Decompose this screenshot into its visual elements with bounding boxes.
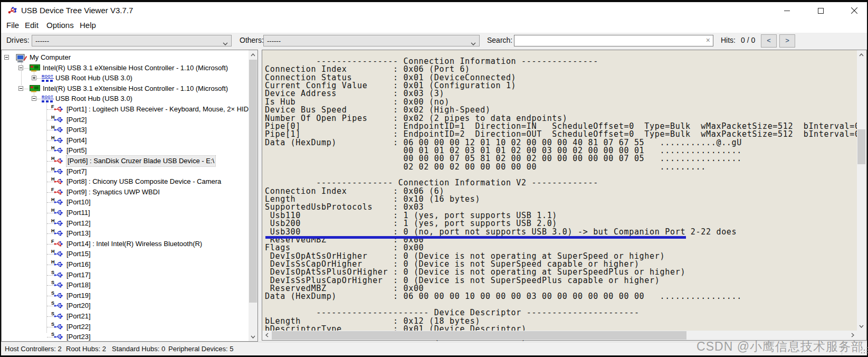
tree-item[interactable]: H [Port10]: [2, 197, 249, 208]
tree-connector-line: [47, 275, 53, 276]
tree-item-label: [Port8] : Chicony USB Composite Device -…: [66, 176, 221, 187]
tree-connector-line: [47, 120, 53, 120]
tree-item[interactable]: Intel(R) USB 3.1 eXtensible Host Control…: [2, 83, 249, 94]
hits-value: 0 / 0: [741, 36, 755, 44]
tree-item[interactable]: H [Port7]: [2, 166, 249, 177]
tree-connector-line: [47, 151, 53, 151]
tree-connector-line: [47, 254, 53, 255]
usb-port-icon: [54, 250, 63, 257]
scroll-up-arrow-icon[interactable]: [249, 50, 257, 59]
tree-item-label: [Port16]: [66, 259, 91, 270]
tree-item-label: [Port3]: [66, 125, 87, 135]
tree-item[interactable]: F [Port1] : Logitech USB Receiver - Keyb…: [2, 104, 249, 115]
window-border-left: [0, 0, 1, 357]
menu-item-options[interactable]: Options: [46, 21, 74, 30]
maximize-icon: [818, 8, 824, 14]
usb-port-icon: [54, 137, 63, 144]
expander-minus-icon[interactable]: [32, 96, 36, 101]
tree-connector-line: [37, 78, 41, 79]
controller-icon: [30, 85, 40, 92]
maximize-button[interactable]: [808, 2, 833, 19]
tree-item[interactable]: S [Port22]: [2, 322, 249, 332]
tree-item-label: [Port12]: [66, 218, 91, 229]
tree-item-label: [Port21]: [66, 311, 91, 322]
tree-item[interactable]: H [Port8] : Chicony USB Composite Device…: [2, 176, 249, 187]
tree-connector-line: [47, 130, 53, 130]
tree-item[interactable]: H [Port2]: [2, 115, 249, 125]
tree-connector-line: [47, 244, 53, 245]
tree-item-label: [Port20]: [66, 300, 91, 311]
usb-port-icon: [54, 271, 63, 278]
tree-item[interactable]: H [Port6] : SanDisk Cruzer Blade USB Dev…: [2, 156, 249, 166]
close-icon: [851, 7, 857, 14]
drives-combobox-value: ------: [35, 37, 49, 45]
menu-item-file[interactable]: File: [6, 21, 19, 30]
details-vertical-scrollbar[interactable]: [857, 50, 866, 331]
close-button[interactable]: [842, 2, 866, 19]
tree-item[interactable]: S [Port18]: [2, 280, 249, 290]
drives-combobox[interactable]: ------: [32, 35, 232, 46]
status-item: Standard Hubs: 0: [112, 345, 165, 353]
expander-minus-icon[interactable]: [18, 86, 23, 91]
tree-item[interactable]: H [Port13]: [2, 228, 249, 239]
clear-search-icon[interactable]: ×: [706, 36, 710, 44]
scrollbar-thumb[interactable]: [249, 60, 257, 303]
tree-item[interactable]: F [Port14] : Intel Intel(R) Wireless Blu…: [2, 239, 249, 249]
tree-item[interactable]: H [Port5]: [2, 145, 249, 156]
tree-connector-line: [47, 140, 53, 141]
status-item: Host Controllers: 2: [5, 345, 62, 353]
tree-item[interactable]: H [Port12]: [2, 218, 249, 229]
tree-item-label: [Port11]: [66, 208, 90, 218]
expander-minus-icon[interactable]: [4, 55, 9, 60]
tree-item[interactable]: S [Port17]: [2, 270, 249, 280]
tree-item[interactable]: H [Port3]: [2, 125, 249, 135]
tree-item[interactable]: S [Port20]: [2, 300, 249, 311]
tree-connector-line: [47, 306, 53, 306]
minimize-button[interactable]: [775, 2, 799, 19]
scrollbar-thumb[interactable]: [272, 331, 686, 340]
scroll-up-arrow-icon[interactable]: [857, 50, 866, 59]
others-combobox-value: ------: [267, 37, 281, 45]
tree-connector-line: [47, 316, 53, 317]
search-input[interactable]: [516, 36, 703, 45]
tree-item[interactable]: H [Port11]: [2, 208, 249, 218]
tree-item[interactable]: S [Port23]: [2, 332, 249, 341]
details-text[interactable]: ---------------- Connection Information …: [265, 50, 860, 342]
tree-item-label: [Port4]: [66, 135, 87, 146]
tree-item[interactable]: H [Port15]: [2, 249, 249, 259]
previous-hit-button[interactable]: <: [761, 34, 777, 48]
menu-item-edit[interactable]: Edit: [25, 21, 39, 30]
expander-minus-icon[interactable]: [18, 65, 23, 70]
scroll-down-arrow-icon[interactable]: [857, 322, 866, 331]
tree-item[interactable]: Intel(R) USB 3.1 eXtensible Host Control…: [2, 63, 249, 73]
usb-port-icon: [54, 116, 63, 123]
others-combobox[interactable]: ------: [263, 35, 480, 46]
tree-connector-line: [47, 182, 53, 182]
tree-item[interactable]: ROOTUSB Root Hub (USB 3.0): [2, 93, 249, 104]
tree-item[interactable]: S [Port21]: [2, 311, 249, 322]
scroll-left-arrow-icon[interactable]: [262, 331, 271, 340]
tree-connector-line: [47, 109, 53, 110]
menu-item-help[interactable]: Help: [80, 21, 96, 30]
tree-item[interactable]: My Computer: [2, 52, 249, 63]
tree-connector-line: [47, 192, 53, 193]
tree-item[interactable]: S [Port19]: [2, 290, 249, 301]
expander-plus-icon[interactable]: [32, 76, 36, 80]
tree-connector-line: [47, 213, 53, 213]
tree-item[interactable]: H [Port16]: [2, 259, 249, 270]
next-hit-button[interactable]: >: [779, 34, 795, 48]
usb-port-icon: [54, 302, 63, 309]
tree-item[interactable]: F [Port9] : Synaptics UWP WBDI: [2, 187, 249, 198]
tree-vertical-scrollbar[interactable]: [249, 50, 257, 341]
tree-item-label: [Port10]: [66, 197, 91, 208]
resize-grip[interactable]: [861, 347, 862, 348]
scroll-down-arrow-icon[interactable]: [249, 332, 257, 341]
scrollbar-thumb[interactable]: [857, 129, 865, 164]
tree-item[interactable]: ROOTUSB Root Hub (USB 3.0): [2, 73, 249, 83]
watermark: CSDN @小鹰信息技术服务部: [697, 339, 864, 355]
search-box: ×: [514, 35, 713, 46]
tree-item[interactable]: H [Port4]: [2, 135, 249, 146]
tree-connector-line: [47, 337, 53, 337]
tree-connector-line: [37, 99, 41, 99]
usb-port-icon: [54, 261, 63, 268]
